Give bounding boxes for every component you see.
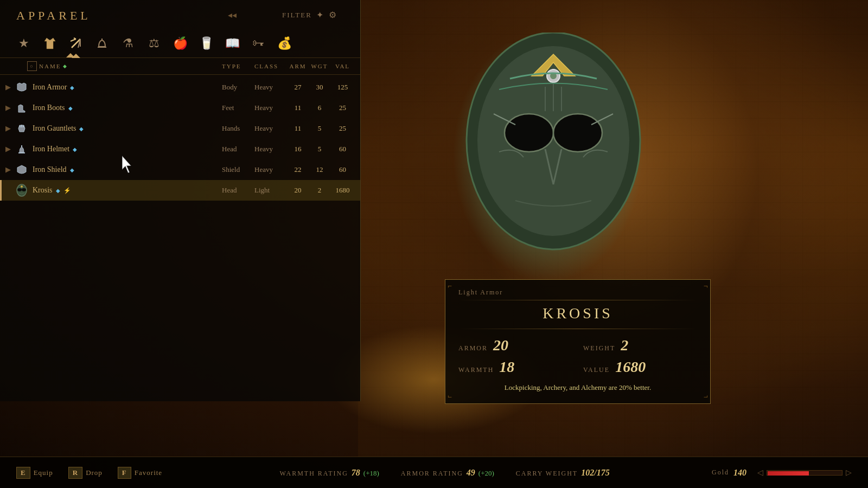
item-arm-iron-shield: 22 (287, 165, 309, 174)
item-val-iron-helmet: 60 (330, 145, 355, 153)
category-misc2[interactable]: ⚖ (141, 29, 167, 57)
svg-line-13 (74, 38, 76, 39)
armor-stat-value: 49 (467, 468, 475, 478)
back-arrow-1[interactable]: ◂◂ (228, 10, 237, 20)
row-nav-arrow: ▶ (5, 124, 14, 133)
inventory-panel: APPAREL ◂◂ FILTER ✦ ⚙ ★ (0, 0, 361, 401)
health-nav-left[interactable]: ◁ (757, 468, 763, 477)
select-all-checkbox[interactable]: ○ (27, 61, 37, 71)
item-wgt-iron-boots: 6 (309, 104, 330, 112)
item-type-krosis: Head (222, 186, 254, 195)
svg-line-12 (71, 39, 76, 41)
status-bar: E Equip R Drop F Favorite Warmth Rating … (0, 457, 868, 488)
health-bar (767, 470, 843, 476)
status-carry: Carry Weight 102/175 (516, 468, 610, 478)
dragonpriest-mask (445, 33, 662, 304)
filter-gear-icon[interactable]: ⚙ (329, 10, 337, 20)
category-food[interactable]: 🍎 (167, 29, 193, 57)
health-nav-right[interactable]: ▷ (846, 468, 852, 477)
col-header-val[interactable]: VAL (330, 63, 355, 69)
item-row-selected[interactable]: Krosis ◆ ⚡ Head Light 20 2 1680 (0, 180, 360, 201)
col-header-name[interactable]: ○ NAME ◆ (27, 61, 222, 71)
item-row[interactable]: ▶ Iron Helmet ◆ Head Heavy 16 5 60 (0, 139, 360, 159)
action-favorite[interactable]: F Favorite (118, 467, 162, 479)
item-diamond-icon: ◆ (68, 105, 73, 111)
item-detail-panel: ⌐ ⌐ ⌐ ⌐ Light Armor KROSIS ARMOR 20 WEIG… (445, 279, 711, 404)
svg-rect-18 (21, 125, 22, 127)
warmth-stat-value: 78 (352, 468, 360, 478)
favorite-key-badge: F (118, 467, 131, 479)
armor-stat-label: Armor Rating (401, 470, 463, 478)
value-label: VALUE (583, 366, 610, 374)
category-bar: ★ ⚗ ⚖ 🍎 🥛 📖 🗝 � (0, 27, 360, 58)
category-books[interactable]: 📖 (219, 29, 245, 57)
warmth-stat-label: Warmth Rating (279, 470, 348, 478)
item-icon-iron-gauntlets (14, 121, 29, 136)
stat-armor: ARMOR 20 (458, 337, 572, 354)
item-name-iron-shield: Iron Shield ◆ (33, 165, 222, 174)
row-nav-arrow: ▶ (5, 145, 14, 153)
category-head-armor[interactable] (89, 29, 115, 57)
col-header-arm[interactable]: ARM (287, 63, 309, 69)
back-navigation[interactable]: ◂◂ (228, 10, 237, 20)
category-apparel[interactable] (37, 29, 63, 57)
filter-area: FILTER ✦ ⚙ (282, 10, 337, 20)
item-class-iron-armor: Heavy (254, 83, 287, 92)
item-row[interactable]: ▶ Iron Gauntlets ◆ Hands Heavy 11 5 25 (0, 118, 360, 139)
item-row[interactable]: ▶ Iron Shield ◆ Shield Heavy 22 12 60 (0, 159, 360, 180)
corner-decoration-tr: ⌐ (697, 282, 708, 293)
item-type-iron-gauntlets: Hands (222, 124, 254, 133)
item-type-iron-armor: Body (222, 83, 254, 92)
detail-divider-top (458, 300, 697, 300)
col-header-type[interactable]: TYPE (222, 63, 254, 69)
drop-key-badge: R (68, 467, 82, 479)
item-row[interactable]: ▶ Iron Armor ◆ Body Heavy 27 30 125 (0, 77, 360, 98)
item-icon-iron-boots (14, 100, 29, 115)
category-potions[interactable]: ⚗ (115, 29, 141, 57)
detail-description: Lockpicking, Archery, and Alchemy are 20… (458, 382, 697, 393)
category-gold[interactable]: 💰 (271, 29, 297, 57)
item-diamond-icon: ◆ (70, 167, 74, 173)
filter-star-icon[interactable]: ✦ (316, 10, 324, 20)
item-name-iron-boots: Iron Boots ◆ (33, 104, 222, 112)
col-header-wgt[interactable]: WGT (309, 63, 330, 69)
detail-divider-mid (458, 329, 697, 329)
item-list: ▶ Iron Armor ◆ Body Heavy 27 30 125 ▶ Ir… (0, 75, 360, 203)
row-nav-arrow: ▶ (5, 104, 14, 112)
item-diamond-icon: ◆ (70, 85, 74, 91)
item-arm-krosis: 20 (287, 186, 309, 195)
item-name-iron-gauntlets: Iron Gauntlets ◆ (33, 124, 222, 133)
col-header-class[interactable]: CLASS (254, 63, 287, 69)
category-favorites[interactable]: ★ (11, 29, 37, 57)
item-val-iron-boots: 25 (330, 104, 355, 112)
action-drop[interactable]: R Drop (68, 467, 103, 479)
drop-label: Drop (86, 468, 103, 477)
equip-key-badge: E (16, 467, 30, 479)
detail-stats: ARMOR 20 WEIGHT 2 WARMTH 18 VALUE 1680 (458, 337, 697, 376)
item-diamond-icon: ◆ (56, 188, 60, 194)
svg-point-24 (22, 188, 26, 191)
item-enchantment-icon: ⚡ (63, 187, 71, 194)
item-class-iron-shield: Heavy (254, 165, 287, 174)
svg-rect-19 (23, 125, 24, 127)
gold-value: 140 (733, 468, 746, 478)
corner-decoration-bl: ⌐ (448, 390, 458, 401)
column-headers: ○ NAME ◆ TYPE CLASS ARM WGT VAL (0, 58, 360, 75)
category-keys[interactable]: 🗝 (245, 29, 271, 57)
description-suffix: better. (632, 383, 651, 391)
item-class-krosis: Light (254, 186, 287, 195)
armor-label: ARMOR (458, 344, 488, 352)
action-equip[interactable]: E Equip (16, 467, 53, 479)
item-arm-iron-gauntlets: 11 (287, 124, 309, 133)
status-stats: Warmth Rating 78 (+18) Armor Rating 49 (… (177, 468, 712, 478)
status-armor: Armor Rating 49 (+20) (401, 468, 494, 478)
item-wgt-iron-shield: 12 (309, 165, 330, 174)
item-icon-krosis (14, 183, 29, 198)
item-icon-iron-helmet (14, 142, 29, 157)
item-val-krosis: 1680 (330, 186, 355, 195)
stat-warmth: WARMTH 18 (458, 358, 572, 376)
category-drink[interactable]: 🥛 (193, 29, 219, 57)
item-row[interactable]: ▶ Iron Boots ◆ Feet Heavy 11 6 25 (0, 98, 360, 118)
svg-rect-20 (18, 152, 25, 153)
warmth-value: 18 (499, 358, 514, 376)
